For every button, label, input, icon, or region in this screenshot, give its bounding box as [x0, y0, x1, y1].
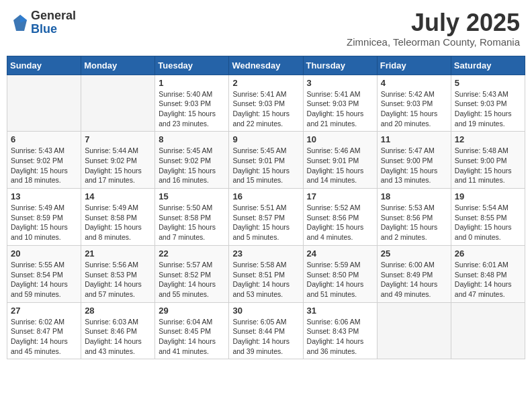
weekday-header: Thursday	[303, 56, 377, 75]
day-number: 12	[455, 134, 521, 144]
day-number: 13	[11, 191, 77, 201]
calendar-day-cell: 8Sunrise: 5:45 AMSunset: 9:02 PMDaylight…	[155, 132, 229, 189]
day-number: 14	[85, 191, 151, 201]
day-info: Sunrise: 5:50 AMSunset: 8:58 PMDaylight:…	[159, 203, 225, 242]
calendar-day-cell	[81, 75, 155, 132]
calendar-day-cell: 4Sunrise: 5:42 AMSunset: 9:03 PMDaylight…	[377, 75, 451, 132]
calendar-day-cell: 16Sunrise: 5:51 AMSunset: 8:57 PMDayligh…	[229, 189, 303, 246]
weekday-header: Sunday	[7, 56, 81, 75]
day-number: 6	[11, 134, 77, 144]
calendar-day-cell: 20Sunrise: 5:55 AMSunset: 8:54 PMDayligh…	[7, 245, 81, 302]
calendar-week-row: 20Sunrise: 5:55 AMSunset: 8:54 PMDayligh…	[7, 245, 525, 302]
calendar-day-cell: 14Sunrise: 5:49 AMSunset: 8:58 PMDayligh…	[81, 189, 155, 246]
day-number: 1	[159, 78, 225, 88]
page-header: General Blue July 2025 Zimnicea, Teleorm…	[7, 7, 525, 50]
day-info: Sunrise: 6:03 AMSunset: 8:46 PMDaylight:…	[85, 317, 151, 357]
calendar-day-cell: 28Sunrise: 6:03 AMSunset: 8:46 PMDayligh…	[81, 302, 155, 359]
day-number: 9	[232, 134, 299, 144]
calendar-day-cell: 31Sunrise: 6:06 AMSunset: 8:43 PMDayligh…	[303, 302, 377, 359]
day-number: 18	[381, 191, 447, 201]
calendar-day-cell: 15Sunrise: 5:50 AMSunset: 8:58 PMDayligh…	[155, 189, 229, 246]
day-number: 30	[232, 306, 299, 316]
day-number: 26	[455, 248, 521, 259]
calendar-day-cell: 18Sunrise: 5:53 AMSunset: 8:56 PMDayligh…	[377, 189, 451, 246]
day-info: Sunrise: 5:53 AMSunset: 8:56 PMDaylight:…	[381, 203, 447, 242]
weekday-header: Friday	[377, 56, 451, 75]
calendar-day-cell: 17Sunrise: 5:52 AMSunset: 8:56 PMDayligh…	[303, 189, 377, 246]
day-info: Sunrise: 5:41 AMSunset: 9:03 PMDaylight:…	[307, 89, 373, 129]
weekday-header: Saturday	[451, 56, 525, 75]
day-number: 5	[455, 78, 521, 88]
day-number: 31	[307, 306, 373, 316]
calendar-day-cell: 29Sunrise: 6:04 AMSunset: 8:45 PMDayligh…	[155, 302, 229, 359]
calendar-day-cell: 25Sunrise: 6:00 AMSunset: 8:49 PMDayligh…	[377, 245, 451, 302]
day-number: 2	[232, 78, 299, 88]
day-info: Sunrise: 5:45 AMSunset: 9:02 PMDaylight:…	[159, 146, 225, 185]
calendar-day-cell: 13Sunrise: 5:49 AMSunset: 8:59 PMDayligh…	[7, 189, 81, 246]
day-info: Sunrise: 6:04 AMSunset: 8:45 PMDaylight:…	[159, 317, 225, 357]
day-info: Sunrise: 5:52 AMSunset: 8:56 PMDaylight:…	[307, 203, 373, 242]
calendar-table: SundayMondayTuesdayWednesdayThursdayFrid…	[7, 56, 525, 360]
day-number: 23	[232, 248, 299, 259]
calendar-day-cell: 26Sunrise: 6:01 AMSunset: 8:48 PMDayligh…	[451, 245, 525, 302]
day-number: 16	[232, 191, 299, 201]
day-info: Sunrise: 5:43 AMSunset: 9:02 PMDaylight:…	[11, 146, 77, 185]
month-title: July 2025	[347, 9, 520, 36]
day-number: 25	[381, 248, 447, 259]
day-number: 8	[159, 134, 225, 144]
day-number: 27	[11, 306, 77, 316]
day-info: Sunrise: 5:42 AMSunset: 9:03 PMDaylight:…	[381, 89, 447, 129]
calendar-day-cell: 12Sunrise: 5:48 AMSunset: 9:00 PMDayligh…	[451, 132, 525, 189]
day-info: Sunrise: 6:05 AMSunset: 8:44 PMDaylight:…	[232, 317, 299, 357]
day-info: Sunrise: 5:49 AMSunset: 8:59 PMDaylight:…	[11, 203, 77, 242]
day-info: Sunrise: 5:44 AMSunset: 9:02 PMDaylight:…	[85, 146, 151, 185]
day-number: 15	[159, 191, 225, 201]
calendar-day-cell: 5Sunrise: 5:43 AMSunset: 9:03 PMDaylight…	[451, 75, 525, 132]
calendar-day-cell: 19Sunrise: 5:54 AMSunset: 8:55 PMDayligh…	[451, 189, 525, 246]
logo-general: General	[31, 9, 76, 22]
day-number: 28	[85, 306, 151, 316]
calendar-day-cell: 9Sunrise: 5:45 AMSunset: 9:01 PMDaylight…	[229, 132, 303, 189]
calendar-week-row: 27Sunrise: 6:02 AMSunset: 8:47 PMDayligh…	[7, 302, 525, 359]
day-info: Sunrise: 5:41 AMSunset: 9:03 PMDaylight:…	[232, 89, 299, 129]
calendar-week-row: 1Sunrise: 5:40 AMSunset: 9:03 PMDaylight…	[7, 75, 525, 132]
calendar-day-cell: 2Sunrise: 5:41 AMSunset: 9:03 PMDaylight…	[229, 75, 303, 132]
day-info: Sunrise: 5:56 AMSunset: 8:53 PMDaylight:…	[85, 260, 151, 300]
day-info: Sunrise: 5:55 AMSunset: 8:54 PMDaylight:…	[11, 260, 77, 300]
day-number: 29	[159, 306, 225, 316]
day-info: Sunrise: 6:00 AMSunset: 8:49 PMDaylight:…	[381, 260, 447, 300]
calendar-week-row: 6Sunrise: 5:43 AMSunset: 9:02 PMDaylight…	[7, 132, 525, 189]
day-number: 24	[307, 248, 373, 259]
day-info: Sunrise: 5:46 AMSunset: 9:01 PMDaylight:…	[307, 146, 373, 185]
weekday-header: Wednesday	[229, 56, 303, 75]
calendar-day-cell: 23Sunrise: 5:58 AMSunset: 8:51 PMDayligh…	[229, 245, 303, 302]
calendar-day-cell: 24Sunrise: 5:59 AMSunset: 8:50 PMDayligh…	[303, 245, 377, 302]
calendar-day-cell	[451, 302, 525, 359]
logo-icon	[12, 13, 28, 32]
calendar-header-row: SundayMondayTuesdayWednesdayThursdayFrid…	[7, 56, 525, 75]
day-info: Sunrise: 5:57 AMSunset: 8:52 PMDaylight:…	[159, 260, 225, 300]
day-info: Sunrise: 5:58 AMSunset: 8:51 PMDaylight:…	[232, 260, 299, 300]
day-info: Sunrise: 6:01 AMSunset: 8:48 PMDaylight:…	[455, 260, 521, 300]
day-number: 11	[381, 134, 447, 144]
calendar-day-cell: 1Sunrise: 5:40 AMSunset: 9:03 PMDaylight…	[155, 75, 229, 132]
day-info: Sunrise: 5:45 AMSunset: 9:01 PMDaylight:…	[232, 146, 299, 185]
location-subtitle: Zimnicea, Teleorman County, Romania	[347, 36, 520, 48]
calendar-day-cell: 30Sunrise: 6:05 AMSunset: 8:44 PMDayligh…	[229, 302, 303, 359]
calendar-day-cell: 3Sunrise: 5:41 AMSunset: 9:03 PMDaylight…	[303, 75, 377, 132]
day-number: 19	[455, 191, 521, 201]
day-info: Sunrise: 6:06 AMSunset: 8:43 PMDaylight:…	[307, 317, 373, 357]
weekday-header: Tuesday	[155, 56, 229, 75]
day-number: 21	[85, 248, 151, 259]
calendar-day-cell: 10Sunrise: 5:46 AMSunset: 9:01 PMDayligh…	[303, 132, 377, 189]
day-info: Sunrise: 5:47 AMSunset: 9:00 PMDaylight:…	[381, 146, 447, 185]
calendar-day-cell: 22Sunrise: 5:57 AMSunset: 8:52 PMDayligh…	[155, 245, 229, 302]
day-info: Sunrise: 6:02 AMSunset: 8:47 PMDaylight:…	[11, 317, 77, 357]
calendar-day-cell: 6Sunrise: 5:43 AMSunset: 9:02 PMDaylight…	[7, 132, 81, 189]
day-number: 22	[159, 248, 225, 259]
calendar-day-cell	[377, 302, 451, 359]
day-number: 7	[85, 134, 151, 144]
logo-text: General Blue	[31, 9, 76, 36]
day-info: Sunrise: 5:51 AMSunset: 8:57 PMDaylight:…	[232, 203, 299, 242]
calendar-day-cell: 7Sunrise: 5:44 AMSunset: 9:02 PMDaylight…	[81, 132, 155, 189]
